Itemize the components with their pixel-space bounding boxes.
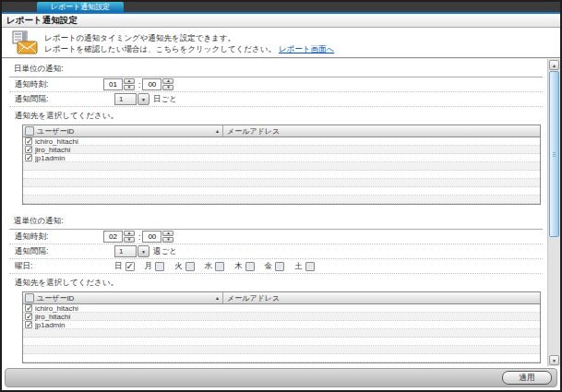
weekly-notification-section: 週単位の通知: 通知時刻: ▲ ▼ : ▲ ▼: [9, 213, 543, 363]
row-checkbox[interactable]: [25, 146, 32, 153]
table-row-empty[interactable]: [23, 338, 540, 346]
settings-form: 日単位の通知: 通知時刻: ▲ ▼ : ▲ ▼: [2, 59, 546, 366]
weekly-select-destination-label: 通知先を選択してください。: [9, 274, 543, 291]
weekday-name: 日: [114, 261, 123, 272]
weekday-checkbox-group: 日月火水木金土: [114, 261, 325, 272]
sort-ascending-icon[interactable]: ▲: [215, 295, 220, 301]
table-row-empty[interactable]: [23, 162, 540, 171]
vertical-scrollbar[interactable]: ▲ ▼: [547, 59, 560, 366]
weekly-interval-row: 通知間隔: 1 ▼ 週ごと: [9, 244, 543, 259]
row-checkbox[interactable]: [25, 313, 32, 320]
table-row-empty[interactable]: [23, 329, 540, 338]
weekly-table-body: ichiro_hitachijiro_hitachijp1admin: [23, 304, 540, 362]
weekly-interval-select[interactable]: 1 ▼: [114, 245, 149, 257]
scroll-up-icon[interactable]: ▲: [549, 60, 559, 70]
daily-hour-up-button[interactable]: ▲: [124, 78, 135, 84]
table-row[interactable]: jp1admin: [23, 321, 540, 329]
weekly-time-row: 通知時刻: ▲ ▼ : ▲ ▼: [9, 230, 543, 244]
weekday-checkbox-thu[interactable]: [245, 262, 255, 271]
row-checkbox[interactable]: [25, 137, 32, 145]
dropdown-arrow-icon[interactable]: ▼: [138, 93, 149, 105]
scrollbar-thumb[interactable]: [549, 71, 559, 237]
user-id-cell: jp1admin: [35, 321, 216, 329]
scrollbar-grip: [553, 152, 556, 157]
time-separator: :: [138, 232, 140, 242]
weekday-checkbox-mon[interactable]: [155, 262, 164, 271]
daily-notification-section: 日単位の通知: 通知時刻: ▲ ▼ : ▲ ▼: [9, 61, 543, 205]
daily-interval-unit: 日ごと: [153, 94, 177, 105]
user-id-cell: jp1admin: [35, 154, 216, 162]
daily-table-header: ユーザーID ▲ メールアドレス: [23, 125, 540, 137]
row-checkbox[interactable]: [25, 304, 32, 312]
weekday-checkbox-fri[interactable]: [275, 262, 284, 271]
daily-hour-input[interactable]: [103, 78, 123, 90]
weekday-name: 木: [234, 261, 243, 272]
report-screen-link[interactable]: レポート画面へ: [279, 44, 334, 53]
daily-minute-up-button[interactable]: ▲: [162, 78, 173, 84]
weekly-hour-up-button[interactable]: ▲: [124, 231, 135, 236]
table-row-empty[interactable]: [23, 187, 540, 196]
email-column-header[interactable]: メールアドレス: [223, 293, 540, 303]
weekday-name: 金: [265, 261, 273, 272]
daily-minute-down-button[interactable]: ▼: [162, 85, 173, 90]
user-id-cell: ichiro_hitachi: [35, 137, 216, 146]
scroll-down-icon[interactable]: ▼: [549, 355, 559, 365]
table-row-empty[interactable]: [23, 179, 540, 187]
weekly-hour-input[interactable]: [103, 231, 123, 243]
weekly-time-label: 通知時刻:: [15, 232, 103, 243]
tab-report-notification-settings[interactable]: レポート通知設定: [37, 2, 124, 12]
weekly-table-header: ユーザーID ▲ メールアドレス: [23, 292, 540, 304]
table-row-empty[interactable]: [23, 196, 540, 204]
daily-section-title: 日単位の通知:: [9, 61, 543, 77]
weekday-checkbox-wed[interactable]: [215, 262, 224, 271]
weekly-select-all-checkbox[interactable]: [25, 293, 34, 303]
user-id-column-header[interactable]: ユーザーID: [37, 293, 74, 303]
sort-ascending-icon[interactable]: ▲: [215, 128, 220, 134]
user-id-column-header[interactable]: ユーザーID: [37, 126, 74, 137]
table-row[interactable]: jp1admin: [23, 154, 540, 162]
daily-user-table: ユーザーID ▲ メールアドレス ichiro_hitachijiro_hita…: [22, 125, 541, 205]
weekly-hour-down-button[interactable]: ▼: [124, 237, 135, 243]
settings-scroll-area: 日単位の通知: 通知時刻: ▲ ▼ : ▲ ▼: [2, 58, 560, 366]
report-notification-settings-window: レポート通知設定 レポート通知設定 レポートの通知タイミングや通知先を設定できま…: [0, 0, 562, 392]
dropdown-arrow-icon[interactable]: ▼: [138, 245, 149, 257]
daily-select-destination-label: 通知先を選択してください。: [9, 107, 543, 125]
row-checkbox[interactable]: [25, 321, 32, 328]
daily-interval-row: 通知間隔: 1 ▼ 日ごと: [9, 92, 543, 107]
weekday-label: 曜日:: [15, 261, 103, 272]
weekday-checkbox-tue[interactable]: [185, 262, 195, 271]
time-separator: :: [138, 80, 140, 89]
daily-table-body: ichiro_hitachijiro_hitachijp1admin: [23, 137, 540, 204]
weekday-item: 土: [294, 261, 315, 272]
daily-select-all-checkbox[interactable]: [25, 126, 34, 136]
table-row-empty[interactable]: [23, 346, 540, 354]
apply-button[interactable]: 適用: [502, 371, 552, 385]
weekday-name: 土: [294, 261, 303, 272]
daily-hour-down-button[interactable]: ▼: [124, 85, 135, 90]
weekday-name: 水: [205, 261, 213, 272]
weekday-checkbox-sat[interactable]: [305, 262, 315, 271]
weekday-checkbox-sun[interactable]: [126, 262, 135, 271]
intro-line2-text: レポートを確認したい場合は、こちらをクリックしてください。: [44, 44, 276, 53]
daily-minute-input[interactable]: [142, 78, 161, 90]
weekly-minute-up-button[interactable]: ▲: [162, 231, 173, 236]
intro-line2: レポートを確認したい場合は、こちらをクリックしてください。レポート画面へ: [44, 43, 334, 54]
table-row-empty[interactable]: [23, 171, 540, 179]
row-checkbox[interactable]: [25, 154, 32, 161]
daily-interval-select[interactable]: 1 ▼: [114, 93, 149, 105]
weekly-user-table: ユーザーID ▲ メールアドレス ichiro_hitachijiro_hita…: [22, 291, 541, 363]
page-title: レポート通知設定: [2, 14, 560, 28]
intro-line1: レポートの通知タイミングや通知先を設定できます。: [44, 32, 334, 43]
daily-time-label: 通知時刻:: [15, 79, 103, 90]
user-id-cell: jiro_hitachi: [35, 146, 216, 154]
weekly-minute-down-button[interactable]: ▼: [162, 237, 173, 243]
weekly-minute-input[interactable]: [142, 231, 161, 243]
table-row-empty[interactable]: [23, 354, 540, 362]
weekday-name: 火: [174, 261, 183, 272]
user-id-cell: jiro_hitachi: [35, 313, 216, 321]
daily-time-row: 通知時刻: ▲ ▼ : ▲ ▼: [9, 77, 543, 92]
weekday-name: 月: [145, 261, 153, 272]
email-column-header[interactable]: メールアドレス: [223, 126, 540, 137]
user-id-cell: ichiro_hitachi: [35, 304, 216, 313]
weekday-item: 木: [234, 261, 255, 272]
